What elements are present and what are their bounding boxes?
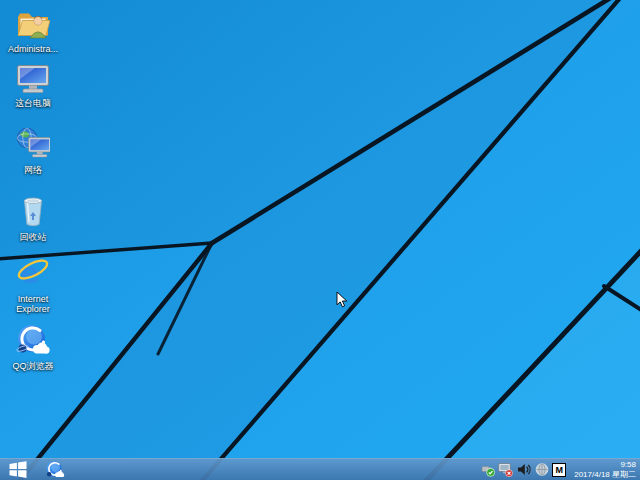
internet-explorer-icon: e [16, 256, 50, 290]
globe-icon [535, 462, 549, 477]
this-pc-icon [16, 64, 50, 94]
taskbar-qq-browser-button[interactable] [40, 459, 70, 480]
desktop-icon-qq-browser[interactable]: QQ浏览器 [1, 323, 65, 371]
speaker-icon [517, 462, 531, 477]
desktop-icon-network[interactable]: 网络 [1, 127, 65, 175]
taskbar-clock[interactable]: 9:58 2017/4/18 星期二 [574, 460, 636, 479]
language-globe-button[interactable] [534, 462, 549, 478]
desktop-icon-internet-explorer[interactable]: e Internet Explorer [1, 256, 65, 314]
desktop-icon-recycle-bin[interactable]: 回收站 [1, 194, 65, 242]
desktop-icon-label: QQ浏览器 [1, 361, 65, 371]
desktop-icon-label: Administra... [1, 44, 65, 54]
clock-date: 2017/4/18 星期二 [574, 470, 636, 480]
network-status-button[interactable] [498, 462, 513, 478]
desktop-icon-label: 这台电脑 [1, 98, 65, 108]
system-tray: M 9:58 2017/4/18 星期二 [480, 460, 640, 479]
safely-remove-hardware-button[interactable] [480, 462, 495, 478]
volume-button[interactable] [516, 462, 531, 478]
desktop-icon-label: 网络 [1, 165, 65, 175]
qq-browser-icon [15, 323, 51, 357]
network-icon [16, 127, 50, 161]
desktop-icon-label: Internet Explorer [1, 294, 65, 314]
clock-time: 9:58 [574, 460, 636, 470]
desktop-wallpaper [0, 0, 640, 480]
taskbar: M 9:58 2017/4/18 星期二 [0, 458, 640, 480]
administrator-folder-icon [16, 8, 50, 40]
desktop-icon-administrator[interactable]: Administra... [1, 8, 65, 54]
recycle-bin-icon [16, 194, 50, 228]
qq-browser-icon [45, 460, 65, 479]
start-button[interactable] [0, 459, 36, 480]
desktop-icon-label: 回收站 [1, 232, 65, 242]
usb-device-icon [481, 462, 495, 477]
windows-desktop: Administra... 这台电脑 [0, 0, 640, 480]
network-disconnected-icon [498, 462, 513, 477]
ime-indicator[interactable]: M [552, 463, 566, 477]
windows-logo-icon [9, 461, 27, 478]
desktop-icon-this-pc[interactable]: 这台电脑 [1, 64, 65, 108]
